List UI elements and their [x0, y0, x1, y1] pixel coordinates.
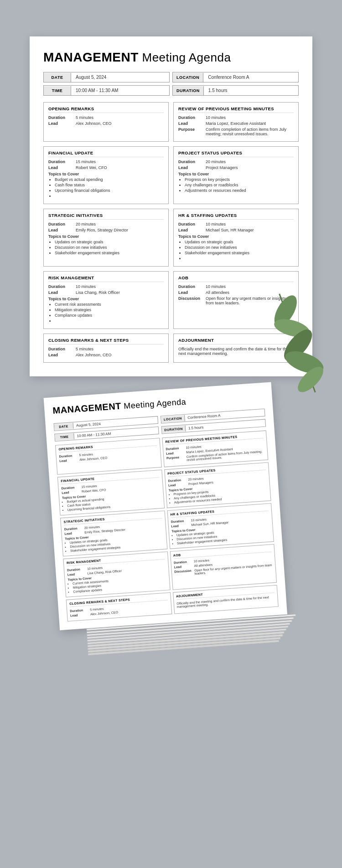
purpose-label: Purpose	[178, 127, 206, 132]
lead-value: Michael Sun, HR Manager	[206, 228, 294, 232]
lead-label: Lead	[48, 290, 76, 295]
list-item: Any challenges or roadblocks	[185, 183, 294, 187]
lead-row: Lead Alex Johnson, CEO	[48, 121, 164, 126]
duration-value: 10 minutes	[206, 284, 294, 289]
angled-document-container: MANAGEMENT Meeting Agenda DATE August 5,…	[30, 390, 312, 623]
lead-label: Lead	[178, 290, 206, 295]
duration-value: 5 minutes	[76, 115, 164, 120]
angled-section-risk: RISK MANAGEMENT Duration 10 minutes Lead…	[63, 551, 170, 597]
discussion-label: Discussion	[178, 296, 206, 301]
topics-label: Topics to Cover	[178, 234, 294, 239]
lead-label: Lead	[48, 228, 76, 232]
section-title: CLOSING REMARKS & NEXT STEPS	[48, 338, 164, 344]
duration-label: Duration	[178, 159, 206, 164]
section-title: ADJOURNMENT	[178, 338, 294, 344]
adjournment-text: Officially end the meeting and confirm t…	[178, 347, 294, 356]
lead-label: Lead	[48, 165, 76, 170]
duration-label: Duration	[178, 222, 206, 226]
duration-value: 10 minutes	[206, 222, 294, 226]
list-item: Stakeholder engagement strategies	[55, 251, 164, 255]
time-label: TIME	[55, 433, 74, 441]
date-label: DATE	[44, 73, 71, 82]
duration-label: Duration	[48, 222, 76, 226]
lead-label: Lead	[178, 228, 206, 232]
duration-value: 10 minutes	[76, 284, 164, 289]
duration-row: Duration 20 minutes	[178, 159, 294, 164]
location-value: Conference Room A	[185, 412, 223, 421]
lead-row: Lead Lisa Chang, Risk Officer	[48, 290, 164, 295]
list-item: Discussion on new initiatives	[55, 245, 164, 250]
time-field: TIME 10:00 AM - 11:30 AM	[43, 85, 170, 96]
duration-label: Duration	[178, 115, 206, 120]
section-title: OPENING REMARKS	[48, 106, 164, 113]
date-label: DATE	[54, 423, 74, 430]
lead-row: Lead Maria Lopez, Executive Assistant	[178, 121, 294, 126]
list-item: Budget vs actual spending	[55, 177, 164, 182]
header-section: DATE August 5, 2024 LOCATION Conference …	[43, 72, 299, 96]
lead-row: Lead Alex Johnson, CEO	[48, 353, 164, 357]
topics-list: Budget vs actual spending Cash flow stat…	[48, 177, 164, 199]
list-item: Mitigation strategies	[55, 308, 164, 312]
section-financial-update: FINANCIAL UPDATE Duration 15 minutes Lea…	[43, 146, 169, 204]
lead-value: Lisa Chang, Risk Officer	[76, 290, 164, 295]
angled-section-strategic: STRATEGIC INITIATIVES Duration 20 minute…	[60, 511, 167, 557]
lead-value: Alex Johnson, CEO	[76, 353, 164, 357]
section-risk-management: RISK MANAGEMENT Duration 10 minutes Lead…	[43, 271, 169, 329]
duration-value: 15 minutes	[76, 159, 164, 164]
section-title: REVIEW OF PREVIOUS MEETING MINUTES	[178, 106, 294, 113]
duration-label: Duration	[48, 159, 76, 164]
angled-section-adjournment: ADJOURNMENT Officially end the meeting a…	[173, 585, 279, 614]
angled-section-hr: HR & STAFFING UPDATES Duration 10 minute…	[167, 503, 274, 549]
duration-label: Duration	[48, 347, 76, 351]
lead-value: Maria Lopez, Executive Assistant	[206, 121, 294, 126]
section-title: AOB	[178, 275, 294, 282]
duration-label: DURATION	[173, 86, 204, 95]
list-item: Discussion on new initiatives	[185, 245, 294, 250]
list-item: Progress on key projects	[185, 177, 294, 182]
lead-row: Lead Project Managers	[178, 165, 294, 170]
list-item: Updates on strategic goals	[55, 240, 164, 244]
location-label: LOCATION	[161, 415, 185, 423]
list-item: Stakeholder engagement strategies	[185, 251, 294, 255]
location-value: Conference Room A	[203, 72, 254, 82]
adjournment-text-row: Officially end the meeting and confirm t…	[178, 347, 294, 356]
section-opening-remarks: OPENING REMARKS Duration 5 minutes Lead …	[43, 102, 169, 142]
topics-label: Topics to Cover	[178, 172, 294, 176]
list-item	[185, 256, 294, 262]
main-document: MANAGEMENT Meeting Agenda DATE August 5,…	[30, 36, 312, 376]
list-item: Upcoming financial obligations	[55, 188, 164, 193]
topics-label: Topics to Cover	[48, 234, 164, 239]
location-field: LOCATION Conference Room A	[172, 72, 299, 82]
angled-document: MANAGEMENT Meeting Agenda DATE August 5,…	[44, 382, 287, 631]
lead-row: Lead Michael Sun, HR Manager	[178, 228, 294, 232]
angled-section-closing: CLOSING REMARKS & NEXT STEPS Duration 5 …	[66, 592, 172, 621]
purpose-row: Purpose Confirm completion of action ite…	[178, 127, 294, 136]
topics-label: Topics to Cover	[48, 297, 164, 301]
duration-row: Duration 10 minutes	[178, 284, 294, 289]
duration-row: Duration 20 minutes	[48, 222, 164, 226]
list-item	[55, 194, 164, 199]
duration-label: Duration	[48, 284, 76, 289]
duration-row: Duration 10 minutes	[178, 222, 294, 226]
title-bold: MANAGEMENT	[43, 50, 139, 64]
date-value: August 5, 2024	[73, 420, 104, 429]
duration-value: 1.5 hours	[186, 424, 207, 432]
duration-value: 10 minutes	[206, 115, 294, 120]
lead-value: Alex Johnson, CEO	[76, 121, 164, 126]
duration-label: DURATION	[162, 426, 186, 433]
date-field: DATE August 5, 2024	[43, 72, 170, 82]
lead-row: Lead All attendees	[178, 290, 294, 295]
lead-label: Lead	[48, 353, 76, 357]
section-title: STRATEGIC INITIATIVES	[48, 213, 164, 220]
date-value: August 5, 2024	[71, 72, 111, 82]
topics-list: Updates on strategic goals Discussion on…	[48, 240, 164, 255]
lead-label: Lead	[178, 165, 206, 170]
lead-value: Robert Wei, CFO	[76, 165, 164, 170]
lead-row: Lead Emily Rios, Strategy Director	[48, 228, 164, 232]
duration-value: 20 minutes	[206, 159, 294, 164]
list-item: Cash flow status	[55, 183, 164, 187]
section-title: HR & STAFFING UPDATES	[178, 213, 294, 220]
topics-label: Topics to Cover	[48, 172, 164, 176]
duration-row: Duration 5 minutes	[48, 115, 164, 120]
lead-row: Lead Robert Wei, CFO	[48, 165, 164, 170]
